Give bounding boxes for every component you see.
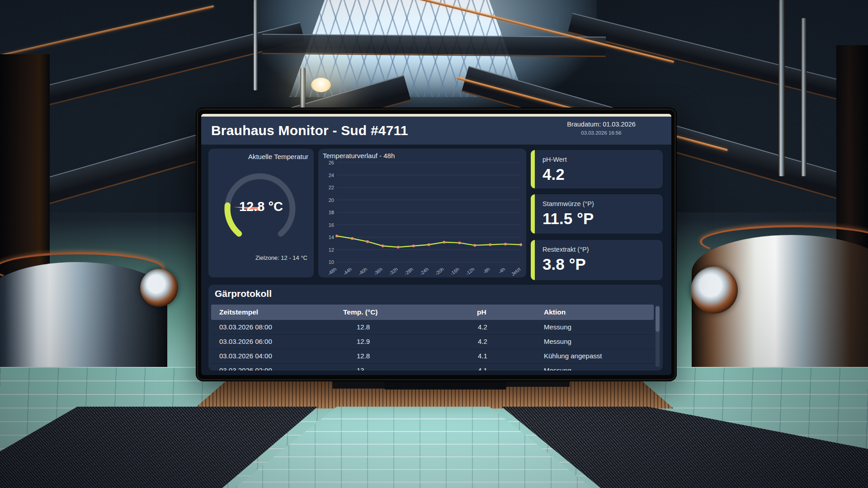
kpi-value: 3.8 °P [542, 255, 586, 273]
svg-text:-20h: -20h [434, 266, 445, 276]
fermentation-log-card: Gärprotokoll Zeitstempel Temp. (°C) pH A… [208, 285, 663, 371]
dashboard-screen: Brauhaus Monitor - Sud #4711 Braudatum: … [201, 114, 671, 375]
svg-text:20: 20 [329, 197, 334, 203]
section-title: Gärprotokoll [215, 288, 272, 299]
last-update-timestamp: 03.03.2026 16:56 [549, 130, 653, 136]
kpi-accent-bar [531, 240, 535, 280]
gauge-title: Aktuelle Temperatur [248, 153, 308, 160]
svg-text:-44h: -44h [342, 266, 353, 276]
cell-temp: 13 [357, 363, 364, 371]
cell-ph: 4.2 [478, 320, 487, 334]
table-scrollbar[interactable] [656, 305, 660, 367]
table-row: 03.03.2026 06:00 12.9 4.2 Messung [211, 334, 654, 349]
brewery-dashboard-scene: Brauhaus Monitor - Sud #4711 Braudatum: … [0, 0, 868, 488]
kpi-value: 11.5 °P [542, 210, 594, 228]
temperature-line-chart: 101214161820222426°C-48h-44h-40h-36h-32h… [318, 149, 526, 277]
target-zone-label: Zielzone: 12 - 14 °C [255, 254, 307, 261]
svg-text:24: 24 [329, 173, 334, 178]
svg-text:-32h: -32h [388, 266, 399, 276]
svg-text:10: 10 [329, 259, 334, 265]
svg-text:22: 22 [329, 185, 334, 190]
temperature-chart-card: Temperaturverlauf - 48h 1012141618202224… [318, 149, 526, 277]
temperature-gauge-card: Aktuelle Temperatur 12.8 °C Zielzone: 12… [208, 149, 314, 277]
svg-text:-4h: -4h [497, 266, 506, 275]
column-header-ph: pH [477, 305, 486, 320]
kpi-label: Restextrakt (°P) [542, 246, 589, 253]
svg-text:-16h: -16h [449, 266, 460, 276]
kpi-card-restextrakt: Restextrakt (°P) 3.8 °P [531, 240, 663, 280]
svg-text:26: 26 [329, 160, 334, 165]
chart-title: Temperaturverlauf - 48h [323, 152, 395, 160]
cell-ph: 4.1 [478, 363, 487, 371]
svg-text:°C: °C [330, 211, 334, 215]
column-header-zeitstempel: Zeitstempel [219, 305, 258, 320]
table-header-row: Zeitstempel Temp. (°C) pH Aktion [211, 305, 654, 320]
cell-zeitstempel: 03.03.2026 02:00 [219, 363, 272, 371]
cell-ph: 4.1 [478, 349, 487, 363]
cell-temp: 12.8 [357, 349, 370, 363]
header-dates: Braudatum: 01.03.2026 03.03.2026 16:56 [549, 121, 653, 136]
cell-zeitstempel: 03.03.2026 08:00 [219, 320, 272, 334]
cell-temp: 12.9 [357, 334, 370, 349]
table-row: 03.03.2026 02:00 13 4.1 Messung [211, 363, 654, 371]
svg-text:-8h: -8h [482, 266, 491, 275]
gauge-value: 12.8 °C [208, 199, 314, 214]
svg-text:Jetzt: Jetzt [510, 266, 521, 277]
column-header-aktion: Aktion [544, 305, 566, 320]
cell-aktion: Messung [544, 334, 571, 349]
kpi-accent-bar [531, 150, 535, 188]
cell-temp: 12.8 [357, 320, 370, 334]
cell-zeitstempel: 03.03.2026 06:00 [219, 334, 272, 349]
brew-date-label: Braudatum: 01.03.2026 [549, 121, 653, 128]
kpi-label: Stammwürze (°P) [542, 200, 594, 207]
monitor-bezel: Brauhaus Monitor - Sud #4711 Braudatum: … [196, 108, 677, 381]
table-row: 03.03.2026 08:00 12.8 4.2 Messung [211, 320, 654, 335]
cell-zeitstempel: 03.03.2026 04:00 [219, 349, 272, 363]
kpi-accent-bar [531, 194, 535, 234]
table-body[interactable]: 03.03.2026 08:00 12.8 4.2 Messung 03.03.… [211, 320, 654, 371]
svg-text:-36h: -36h [373, 266, 383, 276]
kpi-card-stammwuerze: Stammwürze (°P) 11.5 °P [531, 194, 663, 234]
svg-text:-24h: -24h [419, 266, 429, 276]
svg-text:16: 16 [329, 222, 334, 228]
scrollbar-thumb[interactable] [656, 306, 660, 332]
svg-text:-12h: -12h [465, 266, 476, 276]
page-title: Brauhaus Monitor - Sud #4711 [211, 117, 408, 145]
table-row: 03.03.2026 04:00 12.8 4.1 Kühlung angepa… [211, 349, 654, 364]
kpi-value: 4.2 [542, 165, 565, 183]
svg-text:-48h: -48h [326, 266, 337, 276]
cell-aktion: Kühlung angepasst [544, 349, 602, 363]
dashboard-header: Brauhaus Monitor - Sud #4711 Braudatum: … [201, 117, 671, 145]
cell-aktion: Messung [544, 320, 571, 334]
kpi-label: pH-Wert [542, 156, 567, 163]
svg-text:-40h: -40h [357, 266, 368, 276]
cell-ph: 4.2 [478, 334, 487, 349]
svg-text:-28h: -28h [403, 266, 414, 276]
cell-aktion: Messung [544, 363, 571, 371]
svg-text:14: 14 [329, 235, 334, 240]
svg-text:12: 12 [329, 247, 334, 253]
column-header-temp: Temp. (°C) [343, 305, 378, 320]
kpi-card-ph: pH-Wert 4.2 [531, 150, 663, 188]
